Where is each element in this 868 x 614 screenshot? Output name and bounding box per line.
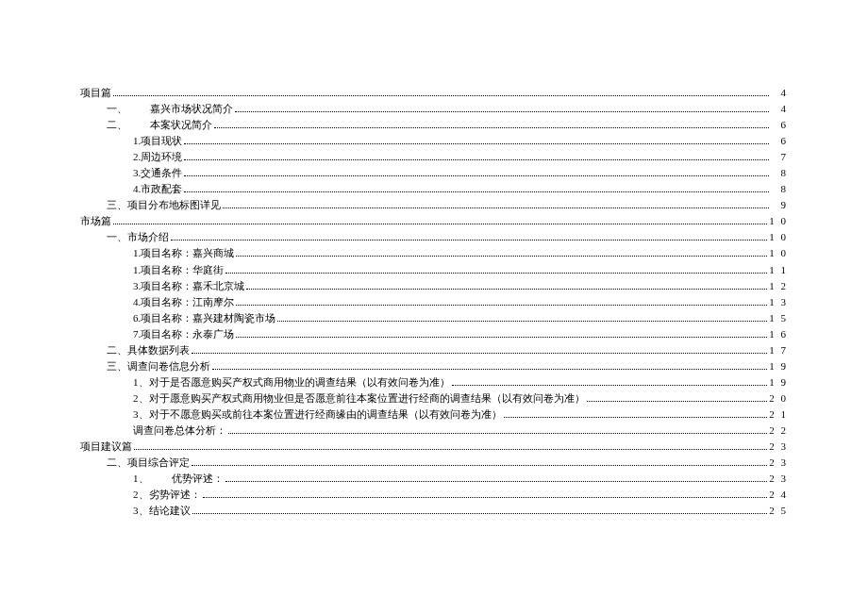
toc-entry: 2、对于愿意购买产权式商用物业但是否愿意前往本案位置进行经商的调查结果（以有效问… — [80, 390, 788, 407]
toc-entry-page: 1 2 — [769, 278, 788, 294]
toc-entry: 1.项目名称：嘉兴商城1 0 — [80, 245, 788, 261]
toc-entry-title: 7.项目名称：永泰广场 — [133, 326, 234, 342]
toc-leader-dots — [184, 154, 769, 161]
toc-entry-title: 1.项目现状 — [133, 133, 182, 149]
toc-entry-page: 1 9 — [769, 358, 788, 374]
toc-entry: 二、本案状况简介6 — [80, 117, 788, 133]
toc-entry-title: 二、具体数据列表 — [107, 342, 190, 358]
toc-entry: 4.市政配套8 — [80, 181, 788, 197]
toc-entry: 3、结论建议2 5 — [80, 503, 788, 519]
toc-entry: 2、劣势评述：2 4 — [80, 487, 788, 503]
toc-entry-title: 2.周边环境 — [133, 149, 182, 165]
toc-entry-title: 调查问卷总体分析： — [133, 423, 226, 439]
toc-entry-page: 1 1 — [769, 262, 788, 278]
toc-entry: 一、市场介绍1 0 — [80, 229, 788, 245]
toc-entry-page: 7 — [771, 149, 788, 165]
toc-leader-dots — [228, 426, 767, 434]
toc-entry: 3.交通条件8 — [80, 165, 788, 181]
toc-entry-page: 1 6 — [769, 326, 788, 342]
toc-entry-title: 市场篇 — [80, 213, 111, 229]
toc-entry: 二、具体数据列表1 7 — [80, 342, 788, 358]
toc-leader-dots — [184, 137, 769, 144]
toc-entry: 调查问卷总体分析：2 2 — [80, 423, 788, 439]
toc-entry-page: 2 4 — [769, 487, 788, 503]
toc-entry-page: 4 — [771, 85, 788, 101]
toc-entry-title: 3.交通条件 — [133, 165, 182, 181]
toc-leader-dots — [192, 458, 767, 466]
toc-entry-page: 2 5 — [769, 503, 788, 519]
toc-entry-title: 项目篇 — [80, 85, 111, 101]
toc-entry: 项目篇4 — [80, 85, 788, 101]
toc-leader-dots — [214, 121, 769, 128]
toc-entry-title: 1.项目名称：华庭街 — [133, 262, 224, 278]
toc-entry-page: 8 — [771, 181, 788, 197]
toc-entry-title: 一、 — [107, 101, 127, 117]
toc-entry-page: 2 2 — [769, 423, 788, 439]
toc-entry-title: 3、对于不愿意购买或前往本案位置进行经商缘由的调查结果（以有效问卷为准） — [133, 407, 502, 423]
toc-leader-dots — [113, 218, 767, 225]
toc-leader-dots — [235, 105, 769, 112]
toc-entry-title2: 优势评述： — [172, 471, 224, 487]
toc-entry-title: 一、市场介绍 — [107, 229, 169, 245]
toc-entry: 3、对于不愿意购买或前往本案位置进行经商缘由的调查结果（以有效问卷为准）2 1 — [80, 407, 788, 423]
toc-entry-page: 1 7 — [769, 342, 788, 358]
toc-entry-page: 1 0 — [769, 213, 788, 229]
toc-entry-page: 1 0 — [769, 245, 788, 261]
toc-leader-dots — [212, 362, 767, 370]
toc-leader-dots — [134, 442, 767, 450]
toc-entry-page: 2 3 — [769, 471, 788, 487]
toc-leader-dots — [171, 234, 767, 241]
toc-leader-dots — [587, 394, 768, 402]
toc-leader-dots — [452, 378, 768, 386]
toc-leader-dots — [192, 507, 768, 515]
toc-leader-dots — [223, 202, 769, 209]
toc-leader-dots — [203, 490, 768, 498]
toc-entry-title: 6.项目名称：嘉兴建材陶瓷市场 — [133, 310, 275, 326]
toc-entry-page: 1 3 — [769, 294, 788, 310]
table-of-contents: 项目篇4一、嘉兴市场状况简介4二、本案状况简介61.项目现状62.周边环境73.… — [80, 85, 788, 519]
toc-entry-title: 3、结论建议 — [133, 503, 191, 519]
toc-entry: 6.项目名称：嘉兴建材陶瓷市场1 5 — [80, 310, 788, 326]
toc-entry-title: 1、对于是否愿意购买产权式商用物业的调查结果（以有效问卷为准） — [133, 374, 450, 390]
toc-entry-page: 4 — [771, 101, 788, 117]
toc-leader-dots — [184, 170, 769, 177]
toc-entry: 1、对于是否愿意购买产权式商用物业的调查结果（以有效问卷为准）1 9 — [80, 374, 788, 390]
toc-entry: 三、项目分布地标图详见9 — [80, 197, 788, 213]
toc-entry-title: 项目建议篇 — [80, 439, 132, 455]
toc-entry-title: 1、 — [133, 471, 149, 487]
toc-leader-dots — [236, 250, 767, 257]
toc-leader-dots — [192, 346, 767, 354]
toc-entry: 市场篇1 0 — [80, 213, 788, 229]
toc-entry: 三、调查问卷信息分析1 9 — [80, 358, 788, 374]
toc-leader-dots — [184, 186, 769, 193]
toc-leader-dots — [236, 298, 767, 306]
toc-entry: 1.项目名称：华庭街1 1 — [80, 262, 788, 278]
toc-entry-page: 9 — [771, 197, 788, 213]
toc-entry-title: 三、项目分布地标图详见 — [107, 197, 221, 213]
toc-leader-dots — [225, 474, 768, 482]
toc-leader-dots — [225, 266, 767, 274]
toc-entry-title: 3.项目名称：嘉禾北京城 — [133, 278, 244, 294]
toc-entry-page: 2 1 — [769, 407, 788, 423]
toc-entry: 1.项目现状6 — [80, 133, 788, 149]
toc-entry-title2: 嘉兴市场状况简介 — [150, 101, 233, 117]
toc-entry-title: 4.市政配套 — [133, 181, 182, 197]
toc-entry: 二、项目综合评定2 3 — [80, 455, 788, 471]
toc-entry-title: 二、 — [107, 117, 127, 133]
toc-entry-page: 2 3 — [769, 439, 788, 455]
toc-entry-title: 2、劣势评述： — [133, 487, 201, 503]
toc-entry-page: 8 — [771, 165, 788, 181]
toc-entry: 一、嘉兴市场状况简介4 — [80, 101, 788, 117]
toc-entry-title: 二、项目综合评定 — [107, 455, 190, 471]
toc-entry-page: 2 3 — [769, 455, 788, 471]
toc-entry-title2: 本案状况简介 — [150, 117, 212, 133]
toc-entry-page: 1 5 — [769, 310, 788, 326]
toc-entry: 1、优势评述：2 3 — [80, 471, 788, 487]
toc-entry-page: 2 0 — [769, 390, 788, 407]
toc-entry-page: 1 0 — [769, 229, 788, 245]
toc-leader-dots — [113, 89, 769, 96]
toc-leader-dots — [504, 410, 768, 418]
toc-entry-title: 1.项目名称：嘉兴商城 — [133, 245, 234, 261]
toc-entry-title: 4.项目名称：江南摩尔 — [133, 294, 234, 310]
toc-leader-dots — [277, 314, 767, 322]
